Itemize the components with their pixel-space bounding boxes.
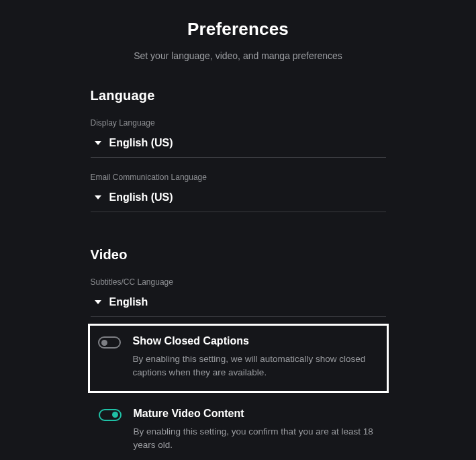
email-language-select[interactable]: English (US) [91,186,386,212]
mature-content-title: Mature Video Content [134,408,378,420]
caret-down-icon [95,195,101,199]
display-language-label: Display Language [91,118,386,128]
subtitles-language-select[interactable]: English [91,291,386,317]
email-language-label: Email Communication Language [91,173,386,182]
email-language-value: English (US) [109,191,173,203]
page-title: Preferences [91,19,386,40]
caret-down-icon [95,300,101,304]
closed-captions-setting: Show Closed Captions By enabling this se… [88,324,389,393]
page-subtitle: Set your language, video, and manga pref… [91,50,386,61]
mature-content-desc: By enabling this setting, you confirm th… [134,425,378,453]
closed-captions-toggle[interactable] [98,336,121,349]
closed-captions-desc: By enabling this setting, we will automa… [133,353,379,380]
section-video-heading: Video [91,247,386,263]
mature-content-setting: Mature Video Content By enabling this se… [91,398,386,461]
mature-content-toggle[interactable] [99,409,122,421]
toggle-knob [101,340,107,346]
caret-down-icon [95,141,101,145]
subtitles-language-label: Subtitles/CC Language [91,277,386,287]
section-language-heading: Language [91,88,386,103]
toggle-knob [112,412,118,418]
display-language-value: English (US) [109,137,173,149]
closed-captions-title: Show Closed Captions [133,335,379,347]
display-language-select[interactable]: English (US) [91,132,386,158]
subtitles-language-value: English [109,296,148,308]
